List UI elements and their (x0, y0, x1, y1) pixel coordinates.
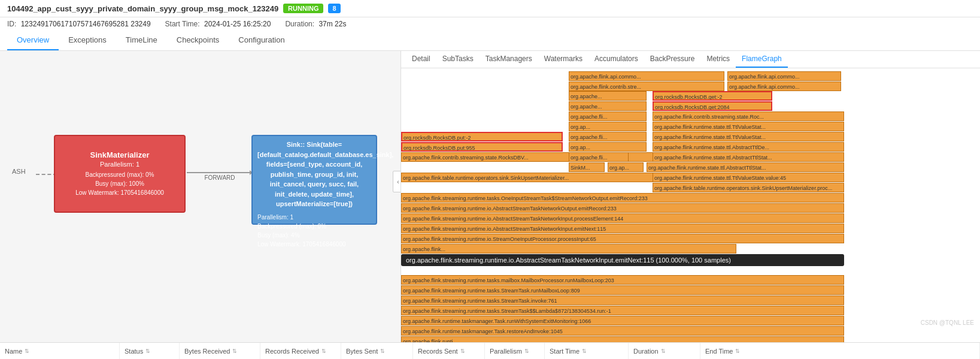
flame-block[interactable]: SinkM... (569, 162, 605, 172)
flame-block[interactable]: org.apache.flink.streaming.runtime.tasks… (401, 285, 844, 295)
flame-block[interactable]: org.apache.flink.contrib.stre... (569, 82, 724, 91)
solid-line (187, 172, 253, 173)
duration-value: 37m 22s (318, 20, 346, 28)
flame-block[interactable]: org.apache.flink.api.commo... (727, 82, 841, 91)
flame-block[interactable]: org.apache.flink.streaming.runtime.tasks… (401, 275, 844, 285)
bottom-table-header: Name⇅ Status⇅ Bytes Received⇅ Records Re… (0, 342, 980, 359)
sink-materializer-details: Backpressured (max): 0% Busy (max): 100%… (75, 170, 164, 197)
start-time-value: 2024-01-25 16:25:20 (204, 20, 271, 28)
top-bar: 104492_app_cust_syyy_private_domain_syyy… (0, 0, 980, 17)
flame-block[interactable]: org.apache.flink.runtime.state.ttl.Abstr… (653, 142, 844, 152)
tab-taskmanagers[interactable]: TaskManagers (480, 51, 538, 68)
flame-block[interactable]: org.apache.fli... (569, 111, 647, 121)
job-title: 104492_app_cust_syyy_private_domain_syyy… (7, 4, 278, 13)
tab-overview[interactable]: Overview (7, 31, 59, 50)
id-value: 123249170617107571467695281 23249 (21, 20, 151, 28)
sort-icon-records-received: ⇅ (321, 348, 326, 354)
flame-graph-area: org.apache.flink.api.commo... org.apache… (401, 68, 980, 344)
sort-icon-records-sent: ⇅ (460, 348, 465, 354)
node-canvas: ASH SinkMaterializer Parallelism: 1 Back… (0, 51, 401, 344)
flame-block[interactable]: org.apache.flink... (401, 244, 736, 254)
tab-accumulators[interactable]: Accumulators (588, 51, 644, 68)
flame-block[interactable]: org.apache.flink.streaming.runtime.io.Ab… (401, 213, 844, 223)
collapse-left-button[interactable]: ‹ (393, 171, 401, 192)
flame-block-rocksdb-get2[interactable]: org.rocksdb.RocksDB.get:2084 (653, 101, 772, 111)
sort-icon-start-time: ⇅ (582, 348, 587, 354)
tooltip-text-1: org.apache.flink.streaming.runtime.io.Ab… (406, 257, 731, 264)
tab-timeline[interactable]: TimeLine (116, 31, 167, 50)
node-sink-materializer[interactable]: SinkMaterializer Parallelism: 1 Backpres… (54, 135, 186, 213)
right-tabs: Detail SubTasks TaskManagers Watermarks … (401, 51, 980, 68)
col-end-time[interactable]: End Time⇅ (700, 343, 980, 359)
tab-detail[interactable]: Detail (406, 51, 436, 68)
flame-block[interactable]: org.apache.flink.api.commo... (569, 71, 724, 81)
col-records-received[interactable]: Records Received⇅ (260, 343, 341, 359)
flame-block[interactable]: org.ap... (569, 122, 647, 131)
col-name[interactable]: Name⇅ (0, 343, 120, 359)
tab-checkpoints[interactable]: Checkpoints (167, 31, 229, 50)
flame-block[interactable]: org.apache.flink.contrib.streaming.state… (653, 111, 844, 121)
flame-block-rocksdb-put2[interactable]: org.rocksdb.RocksDB.put:955 (401, 142, 563, 152)
flame-block[interactable]: org.apache.flink.runtime.taskmanager.Tas… (401, 316, 844, 325)
flame-block-rocksdb-get1[interactable]: org.rocksdb.RocksDB.get:-2 (653, 91, 772, 101)
tab-exceptions[interactable]: Exceptions (59, 31, 116, 50)
col-bytes-sent[interactable]: Bytes Sent⇅ (341, 343, 413, 359)
flame-block[interactable]: org.apache.flink.api.commo... (727, 71, 841, 81)
right-panel: Detail SubTasks TaskManagers Watermarks … (401, 51, 980, 344)
tab-watermarks[interactable]: Watermarks (538, 51, 588, 68)
duration: Duration: 37m 22s (285, 20, 346, 28)
flame-block[interactable]: org.apache.flink.streaming.runtime.tasks… (401, 295, 844, 305)
flame-block[interactable]: org.apache.flink.streaming.runtime.tasks… (401, 306, 844, 315)
tab-configuration[interactable]: Configuration (229, 31, 294, 50)
ash-label: ASH (12, 168, 26, 175)
flame-block[interactable]: org.apache.flink.runtime.state.ttl.TtlVa… (653, 173, 844, 182)
flame-block[interactable]: org.apache.fli... (569, 132, 647, 141)
watermark: CSDN @TQNL LEE (921, 319, 974, 326)
flame-block[interactable]: org.apache.flink.runtime.state.ttl.Abstr… (647, 162, 844, 172)
sort-icon-bytes-sent: ⇅ (380, 348, 385, 354)
flame-block[interactable]: org.apache.fli... (569, 152, 629, 162)
flame-block[interactable]: org.apache.flink.streaming.runtime.io.Ab… (401, 203, 844, 213)
flame-container: org.apache.flink.api.commo... org.apache… (401, 68, 980, 344)
tab-subtasks[interactable]: SubTasks (436, 51, 480, 68)
sort-icon-duration: ⇅ (661, 348, 666, 354)
flame-block[interactable]: org.apache.flink.streaming.runtime.io.St… (401, 234, 844, 243)
flame-block[interactable]: org.apache.flink.streaming.runtime.tasks… (401, 193, 844, 203)
forward-label: FORWARD (204, 174, 235, 181)
sink-materializer-parallelism: Parallelism: 1 (100, 161, 139, 168)
tab-backpressure[interactable]: BackPressure (644, 51, 701, 68)
tab-metrics[interactable]: Metrics (700, 51, 736, 68)
sort-icon-parallelism: ⇅ (524, 348, 529, 354)
count-badge: 8 (328, 4, 340, 13)
tooltip-emit-next: org.apache.flink.streaming.runtime.io.Ab… (401, 254, 844, 266)
col-status[interactable]: Status⇅ (120, 343, 180, 359)
flame-block[interactable]: org.apache.flink.runtime.state.ttl.Abstr… (653, 152, 844, 162)
arrow-between: FORWARD (187, 172, 253, 181)
sink-table-details: Parallelism: 1 Backpressured (max): 0% B… (257, 213, 371, 249)
flame-block[interactable]: org.apache.flink.runtime.state.ttl.TtlVa… (653, 122, 844, 131)
flame-block[interactable]: org.apache.flink.runtime.state.ttl.TtlVa… (653, 132, 844, 141)
flame-block[interactable]: org.apache.flink.runtime.taskmanager.Tas… (401, 326, 844, 336)
sort-icon-bytes-received: ⇅ (232, 348, 237, 354)
col-start-time[interactable]: Start Time⇅ (545, 343, 629, 359)
status-badge: RUNNING (283, 4, 323, 13)
flame-block[interactable]: org.ap... (569, 142, 647, 152)
flame-block-rocksdb-put1[interactable]: org.rocksdb.RocksDB.put:-2 (401, 132, 563, 141)
flame-block[interactable]: org.apache.flink.streaming.runtime.io.Ab… (401, 224, 844, 233)
flame-block[interactable]: org.ap... (608, 162, 644, 172)
sink-table-title: Sink:: Sink(table=[default_catalog.defau… (257, 140, 371, 209)
flame-block[interactable]: org.apache... (569, 101, 647, 111)
start-time: Start Time: 2024-01-25 16:25:20 (165, 20, 271, 28)
id-label: ID: 123249170617107571467695281 23249 (7, 20, 151, 28)
tab-flamegraph[interactable]: FlameGraph (736, 51, 788, 68)
sink-materializer-title: SinkMaterializer (90, 150, 150, 159)
flame-block[interactable]: org.apache... (569, 91, 647, 101)
sort-icon-end-time: ⇅ (735, 348, 740, 354)
flame-block[interactable]: org.apache.flink.table.runtime.operators… (653, 183, 844, 192)
col-duration[interactable]: Duration⇅ (629, 343, 700, 359)
sort-icon-status: ⇅ (145, 348, 150, 354)
col-records-sent[interactable]: Records Sent⇅ (413, 343, 485, 359)
node-sink-table[interactable]: Sink:: Sink(table=[default_catalog.defau… (251, 135, 377, 225)
col-parallelism[interactable]: Parallelism⇅ (485, 343, 545, 359)
col-bytes-received[interactable]: Bytes Received⇅ (180, 343, 260, 359)
